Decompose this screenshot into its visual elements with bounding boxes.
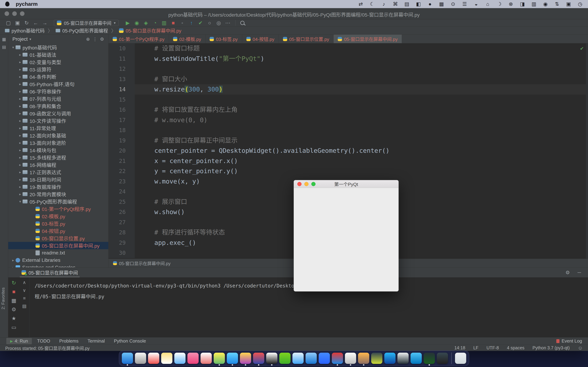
yellow-green-app-dock-icon[interactable] — [214, 353, 225, 364]
tool-window-button[interactable]: Terminal — [84, 338, 109, 344]
tree-row[interactable]: ▸13-面向对象进阶 — [8, 139, 108, 146]
docs-blue-dock-icon[interactable] — [319, 353, 330, 364]
run-configuration-select[interactable]: 05-窗口显示在屏幕中间 ▾ — [54, 20, 119, 26]
dark-ide-dock-icon[interactable] — [371, 353, 382, 364]
inspections-ok-icon[interactable]: ✔ — [580, 45, 583, 51]
stop-icon[interactable]: ■ — [12, 289, 15, 295]
code-line[interactable]: 10# 设置窗口标题 — [109, 43, 588, 54]
tree-toggle-icon[interactable]: ▸ — [18, 111, 23, 116]
command-icon[interactable]: ⌘ — [393, 1, 398, 7]
breadcrumb-file[interactable]: 05-窗口显示在屏幕中间.py — [119, 27, 181, 34]
tree-row[interactable]: ▸09-函数定义与调用 — [8, 110, 108, 117]
otimes-icon[interactable]: ⊗ — [508, 1, 513, 7]
editor-tab[interactable]: 05-窗口显示位置.py — [279, 35, 334, 43]
tree-toggle-icon[interactable]: ▸ — [18, 141, 23, 145]
apple-menu-icon[interactable] — [5, 1, 9, 7]
tree-row[interactable]: ▸11-异常处理 — [8, 125, 108, 132]
tree-toggle-icon[interactable]: ▸ — [18, 75, 23, 79]
trash-dock-icon[interactable] — [455, 353, 466, 364]
breadcrumb-segment[interactable]: 05-PyQt图形界面编程 — [56, 27, 108, 34]
qq-dock-icon[interactable] — [266, 353, 277, 364]
tree-toggle-icon[interactable]: ▸ — [18, 126, 23, 130]
terminal-dark-dock-icon[interactable] — [437, 353, 448, 364]
tree-row[interactable]: ▸02-变量与类型 — [8, 58, 108, 66]
breadcrumb-segment[interactable]: python基础代码 — [5, 27, 45, 34]
grid-icon[interactable]: ▦ — [439, 1, 444, 7]
save-all-icon[interactable]: ▣ — [13, 19, 22, 26]
collapse-all-icon[interactable]: ⊕ — [85, 36, 92, 42]
tree-toggle-icon[interactable]: ▸ — [18, 53, 23, 57]
tree-row[interactable]: ▸16-网络编程 — [8, 161, 108, 168]
switch-icon[interactable]: ⇄ — [358, 1, 363, 7]
minimize-button[interactable] — [12, 11, 17, 16]
wechat-dock-icon[interactable] — [279, 353, 291, 364]
rows-icon[interactable]: ▤ — [404, 1, 409, 7]
more-icon[interactable]: ⋯ — [223, 19, 232, 26]
forward-icon[interactable]: → — [40, 19, 49, 26]
up-icon[interactable]: ∧ — [23, 280, 26, 285]
blue-circle-app-dock-icon[interactable] — [411, 353, 422, 364]
tree-row[interactable]: ▸01-基础语法 — [8, 51, 108, 58]
code-line[interactable]: 14w.resize(300, 300) — [109, 84, 588, 95]
update-running-icon[interactable]: ↑ — [187, 19, 196, 26]
inspect-icon[interactable]: ◎ — [214, 19, 223, 26]
minimize-button[interactable] — [304, 182, 309, 186]
list-icon[interactable]: ☰ — [462, 1, 467, 7]
messages-dock-icon[interactable] — [293, 353, 304, 364]
tree-toggle-icon[interactable]: ▸ — [18, 82, 23, 86]
stop-icon[interactable]: ■ — [169, 19, 178, 26]
zoom-button[interactable] — [311, 182, 316, 186]
creative-app-dock-icon[interactable] — [332, 353, 343, 364]
pink-app-dock-icon[interactable] — [187, 353, 199, 364]
home-icon[interactable]: ⌂ — [485, 1, 490, 7]
settings-icon[interactable]: ⚙ — [565, 270, 570, 275]
tool-window-button[interactable]: Problems — [55, 338, 82, 344]
editor-breadcrumb-file[interactable]: 05-窗口显示在屏幕中间.py — [119, 260, 171, 266]
code-line[interactable]: 15 — [109, 95, 588, 105]
code-line[interactable]: 13# 窗口大小 — [109, 74, 588, 84]
settings-icon[interactable]: ⚙ — [12, 306, 16, 312]
tree-toggle-icon[interactable]: ▸ — [18, 97, 23, 101]
favorites-stripe-button[interactable]: 2: Favorites — [1, 287, 6, 309]
tree-file[interactable]: 02-模板.py — [8, 213, 108, 220]
search-everywhere-icon[interactable] — [240, 21, 244, 25]
tree-row[interactable]: ▸17-正则表达式 — [8, 168, 108, 176]
system-preferences-dock-icon[interactable] — [135, 353, 146, 364]
music-icon[interactable]: ♪ — [381, 1, 386, 7]
code-line[interactable]: 16# 将窗口放置在屏幕内左上角 — [109, 105, 588, 115]
tool-window-button[interactable]: TODO — [33, 338, 54, 344]
tree-row[interactable]: ▸04-条件判断 — [8, 73, 108, 80]
editor-tab[interactable]: 05-窗口显示在屏幕中间.py — [334, 35, 402, 43]
orange-app-dock-icon[interactable] — [358, 353, 369, 364]
dictionary-dock-icon[interactable] — [200, 353, 212, 364]
attach-icon[interactable]: ◦ — [178, 19, 187, 26]
run-icon[interactable]: ▶ — [123, 19, 132, 26]
pin-icon[interactable]: ★ — [12, 315, 16, 321]
more-options-icon[interactable]: ⋮ — [92, 36, 98, 42]
ide-title-bar[interactable]: python基础代码 – /Users/codertutor/Desktop/代… — [0, 8, 588, 19]
tree-row[interactable]: ▸15-多线程多进程 — [8, 154, 108, 161]
clock-icon[interactable]: ◷ — [578, 1, 583, 7]
tree-external-libraries[interactable]: ▸External Libraries — [8, 257, 108, 264]
tree-row[interactable]: ▸05-Python-循环,语句 — [8, 80, 108, 88]
tree-file[interactable]: 05-窗口显示位置.py — [8, 234, 108, 242]
tree-toggle-icon[interactable]: ▸ — [18, 177, 23, 182]
open-project-icon[interactable]: ▢ — [4, 19, 13, 26]
tree-row[interactable]: ▸12-面向对象基础 — [8, 132, 108, 139]
sync-icon[interactable]: ↻ — [22, 19, 31, 26]
status-widget[interactable]: 14:18 — [454, 345, 465, 350]
tree-toggle-icon[interactable]: ▸ — [18, 104, 23, 108]
tree-expanded-folder[interactable]: ▾05-PyQt图形界面编程 — [8, 198, 108, 205]
tree-file[interactable]: 05-窗口显示在屏幕中间.py — [8, 242, 108, 249]
event-log-button[interactable]: Event Log — [556, 338, 582, 344]
status-widget[interactable]: 4 spaces — [507, 345, 525, 350]
code-line[interactable]: 19# 调整窗口在屏幕正中间显示 — [109, 135, 588, 146]
check-icon[interactable]: ✔ — [196, 19, 205, 26]
restore-layout-icon[interactable]: ▦ — [11, 297, 16, 304]
editor-tab[interactable]: 03-标签.py — [206, 35, 242, 43]
tree-toggle-icon[interactable]: ▸ — [18, 89, 23, 93]
code-line[interactable]: 22y = center_pointer.y() — [109, 166, 588, 176]
tree-scratches[interactable]: ▸Scratches and Consoles — [8, 264, 108, 267]
moon-icon[interactable]: ☾ — [370, 1, 375, 7]
tool-window-button[interactable]: Python Console — [110, 338, 150, 344]
